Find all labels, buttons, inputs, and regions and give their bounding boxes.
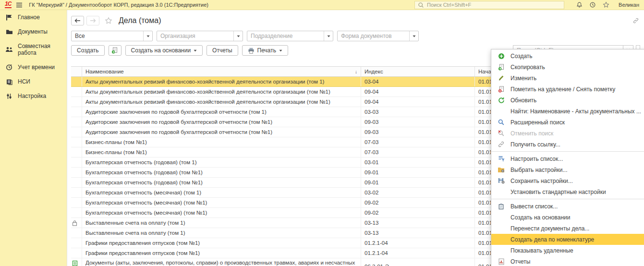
reports-button[interactable]: Отчеты <box>207 45 238 56</box>
plus-icon <box>497 53 505 60</box>
window-title: ГК "Меркурий" / Документооборот КОРП, ре… <box>29 2 208 8</box>
menu-item-label: Отчеты <box>510 258 530 265</box>
sort-down-icon: ↓ <box>355 69 357 74</box>
row-status-cell <box>71 218 82 228</box>
menu-item-move-case-documents[interactable]: Перенести документы дела... <box>491 223 644 234</box>
menu-item-label: Создать <box>510 53 533 60</box>
menu-item-save-settings[interactable]: Сохранить настройки... <box>491 175 644 186</box>
app-window: 1С ГК "Меркурий" / Документооборот КОРП,… <box>0 0 644 266</box>
case-name-cell: Акты документальных ревизий финансово-хо… <box>82 77 361 86</box>
menu-item-show-deleted[interactable]: Показывать удаленные <box>491 245 644 256</box>
sidebar-item-label: Настройка <box>18 93 46 99</box>
case-name-cell: Аудиторские заключения по годовой бухгал… <box>82 127 361 137</box>
menu-item-standard-settings[interactable]: Установить стандартные настройки <box>491 186 644 197</box>
filter-organizaciya[interactable]: Организация <box>157 31 243 41</box>
reports-icon <box>497 258 505 265</box>
flag-icon <box>5 14 13 21</box>
row-status-cell <box>71 258 82 266</box>
menu-separator <box>491 151 644 152</box>
history-icon[interactable] <box>589 1 596 8</box>
copy-doc-icon <box>111 47 118 54</box>
search-icon <box>418 2 424 8</box>
back-button[interactable] <box>71 16 84 25</box>
sidebar-item-nsi[interactable]: НСИ <box>0 74 67 89</box>
case-name-cell: Бухгалтерская отчетность (месячная) (том… <box>82 198 361 207</box>
caret-down-icon[interactable] <box>143 31 152 41</box>
create-button[interactable]: Создать <box>71 45 105 56</box>
case-index-cell: 03-02 <box>361 188 475 197</box>
sidebar-item-glavnoe[interactable]: Главное <box>0 10 67 24</box>
menu-item-label: Выбрать настройки... <box>510 167 567 173</box>
menu-item-find[interactable]: Найти: Наименование - Акты документальны… <box>491 106 644 117</box>
menu-item-label: Настроить список... <box>510 156 563 162</box>
sidebar-item-label: Документы <box>18 28 48 35</box>
forward-button[interactable] <box>86 16 99 25</box>
sidebar-item-nastroyka[interactable]: Настройка <box>0 89 67 103</box>
menu-item-reports[interactable]: Отчеты <box>491 256 644 266</box>
menu-item-advanced-search[interactable]: Расширенный поиск <box>491 117 644 128</box>
menu-item-create-based-on[interactable]: Создать на основании <box>491 212 644 223</box>
sidebar-item-sovmestnaya-rabota[interactable]: Совместная работа <box>0 39 67 60</box>
caret-down-icon[interactable] <box>409 31 418 41</box>
menu-item-copy[interactable]: Скопировать <box>491 61 644 73</box>
star-icon[interactable] <box>603 1 609 8</box>
context-menu: СоздатьСкопироватьИзменитьПометить на уд… <box>491 49 644 266</box>
index-column-header[interactable]: Индекс <box>361 67 475 76</box>
row-status-cell <box>71 228 82 238</box>
case-index-cell: 09-03 <box>361 127 475 137</box>
favorite-star-icon[interactable] <box>105 17 112 24</box>
caret-down-icon <box>194 49 197 52</box>
global-search[interactable] <box>414 1 564 9</box>
menu-item-get-link[interactable]: Получить ссылку... <box>491 139 644 150</box>
link-icon <box>497 141 505 147</box>
case-name-cell: Бухгалтерская отчетность (годовая) (том … <box>82 168 361 177</box>
cancel-search-icon <box>497 130 505 136</box>
menu-item-output-list[interactable]: Вывести список... <box>491 201 644 212</box>
copy-icon <box>497 64 505 71</box>
name-column-header[interactable]: Наименование ↓ <box>82 67 361 76</box>
menu-item-choose-settings[interactable]: Выбрать настройки... <box>491 164 644 175</box>
filter-value: Все <box>72 31 143 41</box>
filter-value: Форма документов <box>338 31 409 41</box>
menu-item-create-cases-by-nomenclature[interactable]: Создать дела по номенклатуре <box>491 234 644 245</box>
filters-row: ВсеОрганизацияПодразделениеФорма докумен… <box>68 26 644 41</box>
case-name-cell: Акты документальных ревизий финансово-хо… <box>82 97 361 107</box>
print-button[interactable]: Печать <box>242 45 288 56</box>
menu-item-edit[interactable]: Изменить <box>491 73 644 84</box>
case-name-cell: Бухгалтерская отчетность (годовая) (том … <box>82 178 361 187</box>
row-status-cell <box>71 87 82 97</box>
global-search-input[interactable] <box>427 2 561 8</box>
case-name-cell: Бухгалтерская отчетность (месячная) (том… <box>82 208 361 218</box>
menu-item-label: Показывать удаленные <box>510 247 573 254</box>
caret-down-icon[interactable] <box>233 31 243 41</box>
link-icon[interactable] <box>633 18 640 24</box>
filter-vid[interactable]: Все <box>71 31 153 41</box>
menu-item-refresh[interactable]: Обновить <box>491 95 644 106</box>
clock-icon <box>5 64 13 71</box>
case-index-cell: 03-03 <box>361 107 475 117</box>
case-name-cell: Бизнес-планы (том №1) <box>82 147 361 157</box>
page-title: Дела (тома) <box>119 16 161 25</box>
create-based-on-button[interactable]: Создать на основании <box>125 45 203 56</box>
menu-item-label: Изменить <box>510 75 536 82</box>
sidebar-item-dokumenty[interactable]: Документы <box>0 24 67 39</box>
menu-icon[interactable] <box>16 2 23 8</box>
filter-forma-dokumentov[interactable]: Форма документов <box>337 31 419 41</box>
current-user[interactable]: Великан <box>619 2 639 8</box>
filter-podrazdelenie[interactable]: Подразделение <box>247 31 333 41</box>
case-index-cell: 09-01 <box>361 178 475 187</box>
copy-button[interactable] <box>109 45 122 56</box>
menu-item-label: Сохранить настройки... <box>510 178 573 184</box>
row-status-cell <box>71 77 82 86</box>
menu-item-label: Перенести документы дела... <box>510 225 589 232</box>
case-index-cell: 03-13 <box>361 228 475 238</box>
row-status-cell <box>71 178 82 187</box>
icon-column-header[interactable] <box>71 67 82 76</box>
caret-down-icon[interactable] <box>324 31 333 41</box>
menu-item-mark-deletion[interactable]: Пометить на удаление / Снять пометку <box>491 84 644 95</box>
sidebar-item-label: Главное <box>18 14 40 21</box>
sidebar-item-uchet-vremeni[interactable]: Учет времени <box>0 60 67 74</box>
menu-item-configure-list[interactable]: Настроить список... <box>491 153 644 164</box>
menu-item-create[interactable]: Создать <box>491 50 644 61</box>
bell-icon[interactable] <box>576 1 583 8</box>
